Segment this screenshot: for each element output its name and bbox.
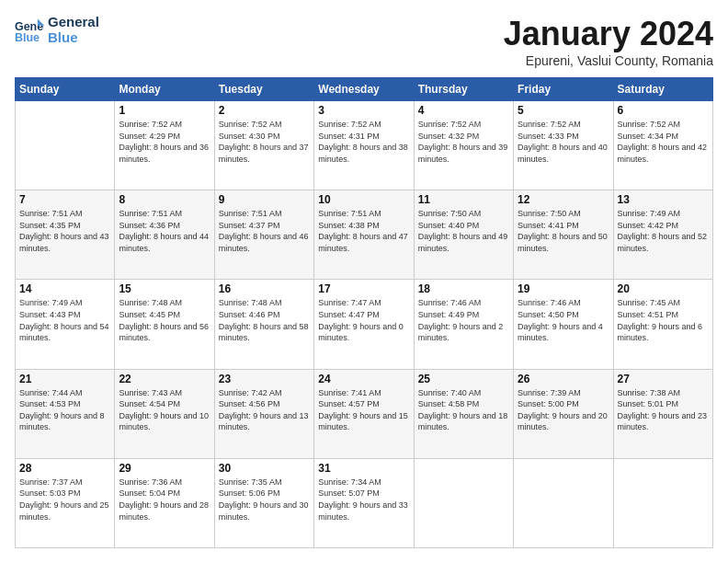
calendar-body: 1 Sunrise: 7:52 AMSunset: 4:29 PMDayligh… (16, 101, 713, 548)
day-number: 18 (418, 282, 509, 295)
cell-text: Sunrise: 7:44 AMSunset: 4:53 PMDaylight:… (19, 387, 110, 433)
calendar-cell: 26 Sunrise: 7:39 AMSunset: 5:00 PMDaylig… (514, 369, 613, 458)
calendar-cell: 28 Sunrise: 7:37 AMSunset: 5:03 PMDaylig… (16, 458, 115, 547)
calendar-week-row: 14 Sunrise: 7:49 AMSunset: 4:43 PMDaylig… (16, 280, 713, 369)
cell-text: Sunrise: 7:34 AMSunset: 5:07 PMDaylight:… (318, 477, 409, 523)
calendar-cell: 18 Sunrise: 7:46 AMSunset: 4:49 PMDaylig… (414, 280, 513, 369)
weekday-header: Wednesday (314, 78, 414, 101)
calendar-cell: 4 Sunrise: 7:52 AMSunset: 4:32 PMDayligh… (414, 101, 513, 190)
logo-line1: General (48, 14, 99, 29)
calendar-cell: 3 Sunrise: 7:52 AMSunset: 4:31 PMDayligh… (314, 101, 414, 190)
cell-text: Sunrise: 7:40 AMSunset: 4:58 PMDaylight:… (418, 387, 509, 433)
weekday-header: Thursday (414, 78, 513, 101)
day-number: 23 (219, 373, 310, 385)
calendar-cell: 17 Sunrise: 7:47 AMSunset: 4:47 PMDaylig… (314, 280, 414, 369)
calendar-cell (16, 101, 115, 190)
day-number: 6 (618, 104, 709, 117)
day-number: 15 (119, 282, 210, 295)
calendar-cell (414, 458, 513, 547)
title-block: January 2024 Epureni, Vaslui County, Rom… (504, 15, 713, 68)
calendar-cell: 25 Sunrise: 7:40 AMSunset: 4:58 PMDaylig… (414, 369, 513, 458)
day-number: 14 (19, 282, 110, 295)
day-number: 30 (219, 462, 310, 475)
calendar-cell: 1 Sunrise: 7:52 AMSunset: 4:29 PMDayligh… (115, 101, 214, 190)
cell-text: Sunrise: 7:46 AMSunset: 4:49 PMDaylight:… (418, 297, 509, 343)
day-number: 21 (19, 373, 110, 385)
calendar-cell: 24 Sunrise: 7:41 AMSunset: 4:57 PMDaylig… (314, 369, 414, 458)
cell-text: Sunrise: 7:37 AMSunset: 5:03 PMDaylight:… (19, 477, 110, 523)
day-number: 29 (119, 462, 210, 475)
day-number: 28 (19, 462, 110, 475)
calendar-cell: 30 Sunrise: 7:35 AMSunset: 5:06 PMDaylig… (214, 458, 313, 547)
cell-text: Sunrise: 7:49 AMSunset: 4:42 PMDaylight:… (618, 208, 709, 254)
cell-text: Sunrise: 7:51 AMSunset: 4:36 PMDaylight:… (119, 208, 210, 254)
calendar-table: SundayMondayTuesdayWednesdayThursdayFrid… (15, 77, 713, 548)
cell-text: Sunrise: 7:52 AMSunset: 4:34 PMDaylight:… (618, 119, 709, 165)
day-number: 13 (618, 193, 709, 206)
cell-text: Sunrise: 7:52 AMSunset: 4:30 PMDaylight:… (219, 119, 310, 165)
cell-text: Sunrise: 7:38 AMSunset: 5:01 PMDaylight:… (618, 387, 709, 433)
cell-text: Sunrise: 7:50 AMSunset: 4:40 PMDaylight:… (418, 208, 509, 254)
svg-text:Blue: Blue (15, 31, 40, 44)
cell-text: Sunrise: 7:47 AMSunset: 4:47 PMDaylight:… (318, 297, 409, 343)
day-number: 24 (318, 373, 409, 385)
cell-text: Sunrise: 7:46 AMSunset: 4:50 PMDaylight:… (518, 297, 609, 343)
calendar-cell: 19 Sunrise: 7:46 AMSunset: 4:50 PMDaylig… (514, 280, 613, 369)
cell-text: Sunrise: 7:52 AMSunset: 4:31 PMDaylight:… (318, 119, 409, 165)
calendar-cell: 21 Sunrise: 7:44 AMSunset: 4:53 PMDaylig… (16, 369, 115, 458)
calendar-cell: 5 Sunrise: 7:52 AMSunset: 4:33 PMDayligh… (514, 101, 613, 190)
day-number: 16 (219, 282, 310, 295)
cell-text: Sunrise: 7:43 AMSunset: 4:54 PMDaylight:… (119, 387, 210, 433)
weekday-header: Monday (115, 78, 214, 101)
header: General Blue General Blue January 2024 E… (15, 15, 713, 68)
calendar-cell: 29 Sunrise: 7:36 AMSunset: 5:04 PMDaylig… (115, 458, 214, 547)
calendar-cell: 7 Sunrise: 7:51 AMSunset: 4:35 PMDayligh… (16, 190, 115, 280)
calendar-cell: 9 Sunrise: 7:51 AMSunset: 4:37 PMDayligh… (214, 190, 313, 280)
weekday-header: Saturday (613, 78, 712, 101)
calendar-week-row: 21 Sunrise: 7:44 AMSunset: 4:53 PMDaylig… (16, 369, 713, 458)
calendar-header-row: SundayMondayTuesdayWednesdayThursdayFrid… (16, 78, 713, 101)
cell-text: Sunrise: 7:51 AMSunset: 4:35 PMDaylight:… (19, 208, 110, 254)
cell-text: Sunrise: 7:50 AMSunset: 4:41 PMDaylight:… (518, 208, 609, 254)
logo: General Blue General Blue (15, 15, 99, 45)
day-number: 31 (318, 462, 409, 475)
day-number: 27 (618, 373, 709, 385)
day-number: 22 (119, 373, 210, 385)
calendar-cell: 31 Sunrise: 7:34 AMSunset: 5:07 PMDaylig… (314, 458, 414, 547)
day-number: 4 (418, 104, 509, 117)
cell-text: Sunrise: 7:36 AMSunset: 5:04 PMDaylight:… (119, 477, 210, 523)
calendar-week-row: 7 Sunrise: 7:51 AMSunset: 4:35 PMDayligh… (16, 190, 713, 280)
day-number: 8 (119, 193, 210, 206)
calendar-week-row: 28 Sunrise: 7:37 AMSunset: 5:03 PMDaylig… (16, 458, 713, 547)
day-number: 10 (318, 193, 409, 206)
cell-text: Sunrise: 7:41 AMSunset: 4:57 PMDaylight:… (318, 387, 409, 433)
day-number: 12 (518, 193, 609, 206)
day-number: 2 (219, 104, 310, 117)
calendar-cell (514, 458, 613, 547)
cell-text: Sunrise: 7:51 AMSunset: 4:37 PMDaylight:… (219, 208, 310, 254)
calendar-cell: 23 Sunrise: 7:42 AMSunset: 4:56 PMDaylig… (214, 369, 313, 458)
calendar-week-row: 1 Sunrise: 7:52 AMSunset: 4:29 PMDayligh… (16, 101, 713, 190)
day-number: 19 (518, 282, 609, 295)
calendar-cell: 27 Sunrise: 7:38 AMSunset: 5:01 PMDaylig… (613, 369, 712, 458)
calendar-cell: 20 Sunrise: 7:45 AMSunset: 4:51 PMDaylig… (613, 280, 712, 369)
weekday-header: Tuesday (214, 78, 313, 101)
calendar-cell: 10 Sunrise: 7:51 AMSunset: 4:38 PMDaylig… (314, 190, 414, 280)
cell-text: Sunrise: 7:48 AMSunset: 4:46 PMDaylight:… (219, 297, 310, 343)
calendar-cell: 8 Sunrise: 7:51 AMSunset: 4:36 PMDayligh… (115, 190, 214, 280)
cell-text: Sunrise: 7:52 AMSunset: 4:32 PMDaylight:… (418, 119, 509, 165)
day-number: 7 (19, 193, 110, 206)
calendar-cell: 16 Sunrise: 7:48 AMSunset: 4:46 PMDaylig… (214, 280, 313, 369)
calendar-cell: 15 Sunrise: 7:48 AMSunset: 4:45 PMDaylig… (115, 280, 214, 369)
cell-text: Sunrise: 7:45 AMSunset: 4:51 PMDaylight:… (618, 297, 709, 343)
location: Epureni, Vaslui County, Romania (504, 53, 713, 68)
cell-text: Sunrise: 7:48 AMSunset: 4:45 PMDaylight:… (119, 297, 210, 343)
cell-text: Sunrise: 7:42 AMSunset: 4:56 PMDaylight:… (219, 387, 310, 433)
day-number: 1 (119, 104, 210, 117)
day-number: 17 (318, 282, 409, 295)
day-number: 26 (518, 373, 609, 385)
day-number: 11 (418, 193, 509, 206)
day-number: 9 (219, 193, 310, 206)
calendar-cell: 12 Sunrise: 7:50 AMSunset: 4:41 PMDaylig… (514, 190, 613, 280)
logo-icon: General Blue (15, 16, 44, 45)
